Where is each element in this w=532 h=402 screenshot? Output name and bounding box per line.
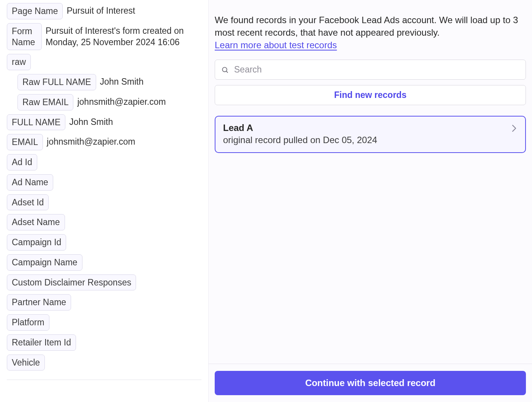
field-value: Pursuit of Interest's form created on Mo… (46, 23, 201, 48)
right-footer: Continue with selected record (209, 364, 532, 402)
field-row: Form NamePursuit of Interest's form crea… (7, 23, 201, 50)
left-panel: Page NamePursuit of InterestForm NamePur… (0, 0, 208, 402)
field-row: Platform (7, 314, 201, 331)
field-row: Raw FULL NAMEJohn Smith (7, 74, 201, 90)
chevron-right-icon (511, 124, 517, 132)
field-label-pill[interactable]: Campaign Id (7, 234, 66, 251)
field-row: Custom Disclaimer Responses (7, 274, 201, 291)
field-row: Vehicle (7, 355, 201, 371)
field-label-pill[interactable]: Adset Name (7, 214, 65, 230)
field-label-pill[interactable]: raw (7, 54, 31, 70)
find-new-records-button[interactable]: Find new records (215, 85, 526, 105)
field-label-pill[interactable]: Raw EMAIL (17, 94, 73, 110)
field-label-pill[interactable]: Ad Id (7, 154, 37, 170)
top-spacer (215, 0, 526, 2)
record-card-lead-a[interactable]: Lead A original record pulled on Dec 05,… (215, 116, 526, 153)
field-label-pill[interactable]: Raw FULL NAME (17, 74, 96, 90)
field-label-pill[interactable]: Custom Disclaimer Responses (7, 274, 136, 291)
record-subtitle: original record pulled on Dec 05, 2024 (223, 135, 518, 145)
search-input-wrap[interactable] (215, 60, 526, 80)
left-divider (7, 380, 201, 380)
info-text: We found records in your Facebook Lead A… (215, 15, 518, 38)
field-label-pill[interactable]: Page Name (7, 3, 63, 19)
field-value: johnsmith@zapier.com (77, 94, 166, 108)
field-row: Retailer Item Id (7, 334, 201, 351)
field-value: johnsmith@zapier.com (47, 134, 135, 148)
field-label-pill[interactable]: Platform (7, 314, 49, 331)
field-row: Adset Name (7, 214, 201, 230)
field-row: FULL NAMEJohn Smith (7, 114, 201, 131)
field-value: John Smith (69, 114, 113, 128)
field-row: EMAILjohnsmith@zapier.com (7, 134, 201, 150)
right-panel: We found records in your Facebook Lead A… (208, 0, 532, 402)
field-row: Adset Id (7, 194, 201, 211)
field-row: Ad Name (7, 174, 201, 191)
field-label-pill[interactable]: Form Name (7, 23, 42, 50)
field-label-pill[interactable]: Campaign Name (7, 254, 82, 271)
field-value: John Smith (100, 74, 144, 88)
app-root: Page NamePursuit of InterestForm NamePur… (0, 0, 532, 402)
record-title: Lead A (223, 123, 518, 133)
info-text-block: We found records in your Facebook Lead A… (215, 14, 526, 51)
field-row: Ad Id (7, 154, 201, 170)
field-row: Page NamePursuit of Interest (7, 3, 201, 19)
field-row: Campaign Name (7, 254, 201, 271)
right-body: We found records in your Facebook Lead A… (209, 0, 532, 364)
svg-point-0 (222, 67, 227, 72)
field-label-pill[interactable]: Partner Name (7, 294, 71, 311)
field-label-pill[interactable]: Retailer Item Id (7, 334, 76, 351)
field-label-pill[interactable]: Ad Name (7, 174, 53, 191)
field-row: Campaign Id (7, 234, 201, 251)
field-row: raw (7, 54, 201, 70)
learn-more-link[interactable]: Learn more about test records (215, 40, 337, 50)
field-label-pill[interactable]: EMAIL (7, 134, 43, 150)
field-value: Pursuit of Interest (66, 3, 135, 17)
search-input[interactable] (234, 65, 519, 75)
continue-button[interactable]: Continue with selected record (215, 371, 526, 395)
field-label-pill[interactable]: FULL NAME (7, 114, 65, 131)
field-row: Partner Name (7, 294, 201, 311)
field-row: Raw EMAILjohnsmith@zapier.com (7, 94, 201, 110)
field-label-pill[interactable]: Adset Id (7, 194, 49, 211)
search-icon (221, 66, 229, 74)
field-label-pill[interactable]: Vehicle (7, 355, 45, 371)
svg-line-1 (226, 71, 228, 73)
